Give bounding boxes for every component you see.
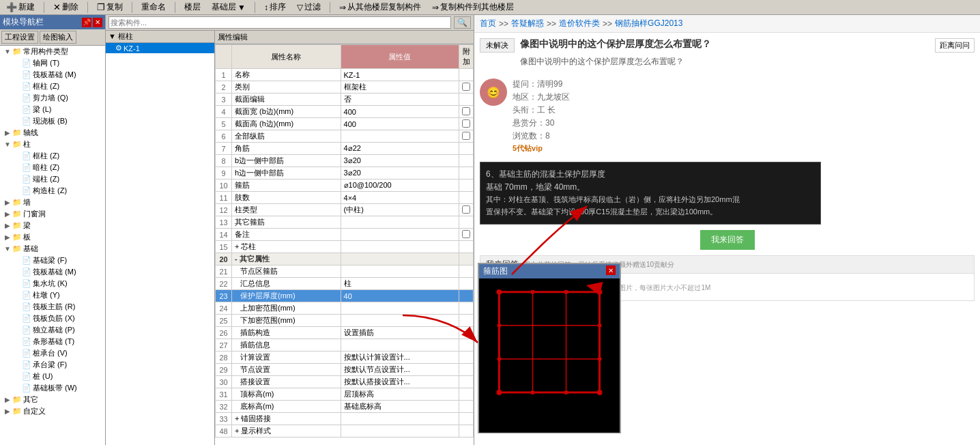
nav-tree-item-21[interactable]: 📄柱墩 (Y) [0,289,105,301]
breadcrumb-cat3[interactable]: 钢筋抽样GGJ2013 [615,18,682,29]
table-row[interactable]: 15 + 芯柱 [216,241,474,253]
sort-button[interactable]: ↕ 排序 [261,0,289,14]
distance-button[interactable]: 距离问问 [935,38,975,53]
table-row[interactable]: 26 插筋构造 设置插筋 [216,327,474,339]
attr-checkbox-cell[interactable] [459,229,474,241]
copy-button[interactable]: ❐ 复制 [93,0,126,14]
attr-value[interactable]: 设置插筋 [341,327,459,339]
nav-tree-item-16[interactable]: ▶📁板 [0,231,105,243]
attr-checkbox-cell[interactable] [459,118,474,130]
attr-value[interactable]: ⌀10@100/200 [341,180,459,192]
table-row[interactable]: 6 全部纵筋 [216,130,474,143]
nav-tree-container[interactable]: ▼📁常用构件类型📄轴网 (T)📄筏板基础 (M)📄框柱 (Z)📄剪力墙 (Q)📄… [0,46,105,445]
attr-value[interactable]: 按默认节点设置计... [341,364,459,376]
nav-tree-item-13[interactable]: ▶📁墙 [0,197,105,208]
nav-tree-item-24[interactable]: 📄独立基础 (P) [0,324,105,336]
table-row[interactable]: 33 + 锚固搭接 [216,413,474,425]
nav-tree-item-17[interactable]: ▼📁基础 [0,243,105,255]
nav-tree-item-19[interactable]: 📄筏板基础 (M) [0,266,105,278]
answer-button[interactable]: 我来回答 [700,230,755,250]
table-row[interactable]: 25 下加密范围(mm) [216,315,474,327]
nav-tree-item-25[interactable]: 📄条形基础 (T) [0,336,105,347]
table-row[interactable]: 12 柱类型 (中柱) [216,204,474,216]
breadcrumb-home[interactable]: 首页 [480,18,496,29]
breadcrumb-cat1[interactable]: 答疑解惑 [511,18,544,29]
table-row[interactable]: 32 底标高(m) 基础底标高 [216,401,474,413]
attr-value[interactable]: 3⌀20 [341,155,459,167]
attr-value[interactable]: 40 [341,290,459,302]
component-item-kz1[interactable]: ⚙ KZ-1 [106,43,214,53]
project-settings-button[interactable]: 工程设置 [1,31,38,44]
attr-value[interactable]: KZ-1 [341,69,459,81]
base-layer-button[interactable]: 基础层 ▼ [208,0,249,14]
table-row[interactable]: 7 角筋 4⌀22 [216,143,474,155]
table-row[interactable]: 30 搭接设置 按默认搭接设置计... [216,376,474,388]
nav-tree-item-5[interactable]: 📄梁 (L) [0,104,105,115]
attr-value[interactable]: 4⌀22 [341,143,459,155]
nav-tree-item-7[interactable]: ▶📁轴线 [0,127,105,139]
nav-tree-item-10[interactable]: 📄暗柱 (Z) [0,162,105,173]
search-button[interactable]: 🔍 [454,16,471,29]
draw-input-button[interactable]: 绘图输入 [40,31,76,44]
attr-value[interactable]: 柱 [341,278,459,290]
nav-tree-item-29[interactable]: 📄基础板带 (W) [0,382,105,394]
nav-tree-item-27[interactable]: 📄承台梁 (F) [0,359,105,371]
attr-value[interactable]: 层顶标高 [341,388,459,401]
attr-value[interactable]: 按默认搭接设置计... [341,376,459,388]
nav-tree-item-30[interactable]: ▶📁其它 [0,394,105,405]
attr-checkbox-cell[interactable] [459,130,474,143]
table-row[interactable]: 13 其它箍筋 [216,216,474,229]
table-row[interactable]: 4 截面宽 (b边)(mm) 400 [216,106,474,118]
table-row[interactable]: 29 节点设置 按默认节点设置计... [216,364,474,376]
nav-close-button[interactable]: ✕ [93,18,102,27]
delete-button[interactable]: ✕ 删除 [50,0,82,14]
nav-tree-item-28[interactable]: 📄桩 (U) [0,371,105,382]
nav-tree-item-12[interactable]: 📄构造柱 (Z) [0,185,105,197]
props-table[interactable]: 属性名称 属性值 附加 1 名称 KZ-1 2 类别 框架柱 3 截面编辑 否 … [215,44,474,445]
search-input[interactable] [109,16,451,29]
table-row[interactable]: 22 汇总信息 柱 [216,278,474,290]
attr-value[interactable]: 4×4 [341,192,459,204]
table-row[interactable]: 3 截面编辑 否 [216,94,474,106]
breadcrumb-cat2[interactable]: 造价软件类 [559,18,600,29]
nav-tree-item-11[interactable]: 📄端柱 (Z) [0,173,105,185]
rename-button[interactable]: 重命名 [138,0,169,14]
rebar-diagram-close[interactable]: ✕ [606,265,616,275]
nav-tree-item-20[interactable]: 📄集水坑 (K) [0,278,105,289]
attr-value[interactable]: 400 [341,118,459,130]
nav-tree-item-2[interactable]: 📄筏板基础 (M) [0,69,105,81]
attr-value[interactable]: 按默认计算设置计... [341,351,459,364]
table-row[interactable]: 28 计算设置 按默认计算设置计... [216,351,474,364]
attr-value[interactable]: 400 [341,106,459,118]
nav-tree-item-23[interactable]: 📄筏板负筋 (X) [0,313,105,324]
attr-checkbox-cell[interactable] [459,81,474,94]
attr-value[interactable]: 基础底标高 [341,401,459,413]
attr-value[interactable]: 否 [341,94,459,106]
nav-tree-item-4[interactable]: 📄剪力墙 (Q) [0,92,105,104]
table-row[interactable]: 1 名称 KZ-1 [216,69,474,81]
nav-tree-item-9[interactable]: 📄框柱 (Z) [0,150,105,162]
table-row[interactable]: 23 保护层厚度(mm) 40 [216,290,474,302]
copy-from-button[interactable]: ⇒ 从其他楼层复制构件 [336,0,424,14]
table-row[interactable]: 14 备注 [216,229,474,241]
table-row[interactable]: 11 肢数 4×4 [216,192,474,204]
nav-tree-item-26[interactable]: 📄桩承台 (V) [0,347,105,359]
attr-checkbox-cell[interactable] [459,106,474,118]
table-row[interactable]: 8 b边一侧中部筋 3⌀20 [216,155,474,167]
nav-tree-item-22[interactable]: 📄筏板主筋 (R) [0,301,105,313]
nav-tree-item-14[interactable]: ▶📁门窗洞 [0,208,105,220]
nav-tree-item-18[interactable]: 📄基础梁 (F) [0,255,105,266]
table-row[interactable]: 20 - 其它属性 [216,253,474,265]
attr-value[interactable]: (中柱) [341,204,459,216]
nav-tree-item-3[interactable]: 📄框柱 (Z) [0,81,105,92]
nav-tree-item-15[interactable]: ▶📁梁 [0,220,105,231]
table-row[interactable]: 48 + 显示样式 [216,425,474,437]
nav-tree-item-1[interactable]: 📄轴网 (T) [0,57,105,69]
nav-tree-item-6[interactable]: 📄现浇板 (B) [0,115,105,127]
nav-tree-item-31[interactable]: ▶📁自定义 [0,405,105,417]
new-button[interactable]: ➕ 新建 [3,0,38,14]
table-row[interactable]: 24 上加密范围(mm) [216,302,474,315]
nav-tree-item-0[interactable]: ▼📁常用构件类型 [0,46,105,57]
attr-value[interactable]: 框架柱 [341,81,459,94]
table-row[interactable]: 9 h边一侧中部筋 3⌀20 [216,167,474,180]
